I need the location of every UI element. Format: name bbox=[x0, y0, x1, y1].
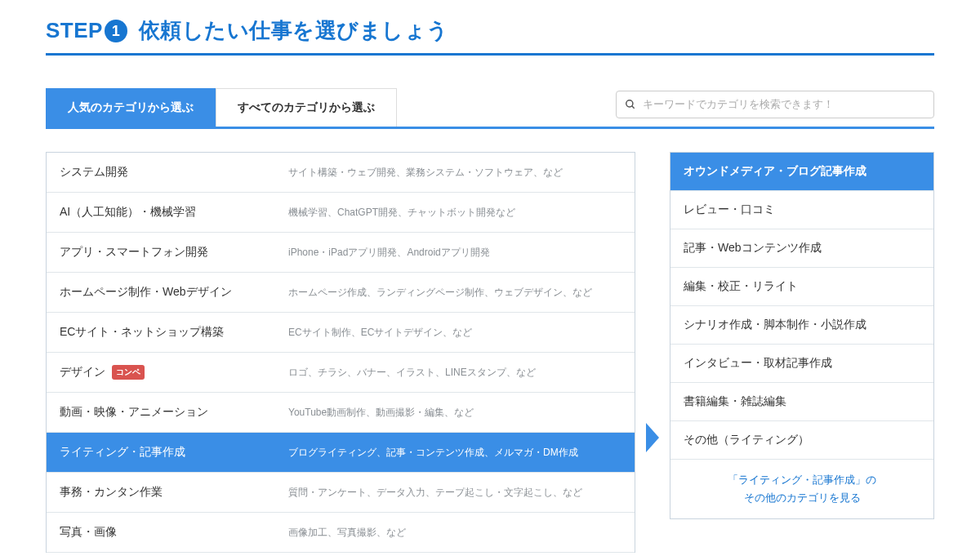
main-category-item[interactable]: 事務・カンタン作業質問・アンケート、データ入力、テープ起こし・文字起こし、など bbox=[47, 473, 635, 513]
subcategory-item[interactable]: レビュー・口コミ bbox=[670, 190, 933, 229]
tab-popular-categories[interactable]: 人気のカテゴリから選ぶ bbox=[46, 88, 216, 127]
search-box[interactable] bbox=[616, 91, 934, 118]
main-category-item[interactable]: アプリ・スマートフォン開発iPhone・iPadアプリ開発、Androidアプリ… bbox=[47, 233, 635, 273]
main-category-label: デザインコンペ bbox=[60, 365, 288, 380]
main-category-item[interactable]: システム開発サイト構築・ウェブ開発、業務システム・ソフトウェア、など bbox=[47, 153, 635, 193]
main-category-desc: iPhone・iPadアプリ開発、Androidアプリ開発 bbox=[288, 246, 621, 260]
search-input[interactable] bbox=[643, 98, 925, 110]
step-title-text: 依頼したい仕事を選びましょう bbox=[139, 18, 449, 42]
main-category-label: 動画・映像・アニメーション bbox=[60, 405, 288, 420]
main-category-desc: 機械学習、ChatGPT開発、チャットボット開発など bbox=[288, 206, 621, 220]
search-container bbox=[616, 88, 934, 127]
main-category-label: アプリ・スマートフォン開発 bbox=[60, 245, 288, 260]
main-category-item[interactable]: デザインコンペロゴ、チラシ、バナー、イラスト、LINEスタンプ、など bbox=[47, 353, 635, 393]
main-category-item[interactable]: 写真・画像画像加工、写真撮影、など bbox=[47, 513, 635, 553]
main-category-item[interactable]: ホームページ制作・Webデザインホームページ作成、ランディングページ制作、ウェブ… bbox=[47, 273, 635, 313]
main-category-desc: 質問・アンケート、データ入力、テープ起こし・文字起こし、など bbox=[288, 486, 621, 500]
main-category-desc: 画像加工、写真撮影、など bbox=[288, 526, 621, 540]
main-category-item[interactable]: ECサイト・ネットショップ構築ECサイト制作、ECサイトデザイン、など bbox=[47, 313, 635, 353]
see-more-categories-link[interactable]: 「ライティング・記事作成」の その他のカテゴリを見る bbox=[670, 459, 933, 518]
subcategory-list: レビュー・口コミ記事・Webコンテンツ作成編集・校正・リライトシナリオ作成・脚本… bbox=[670, 190, 933, 459]
main-category-desc: ブログライティング、記事・コンテンツ作成、メルマガ・DM作成 bbox=[288, 446, 621, 460]
main-category-item[interactable]: AI（人工知能）・機械学習機械学習、ChatGPT開発、チャットボット開発など bbox=[47, 193, 635, 233]
main-category-label: ECサイト・ネットショップ構築 bbox=[60, 325, 288, 340]
main-category-desc: ホームページ作成、ランディングページ制作、ウェブデザイン、など bbox=[288, 286, 621, 300]
subcategory-panel: オウンドメディア・ブログ記事作成 レビュー・口コミ記事・Webコンテンツ作成編集… bbox=[670, 152, 934, 519]
main-category-desc: サイト構築・ウェブ開発、業務システム・ソフトウェア、など bbox=[288, 166, 621, 180]
main-category-label: システム開発 bbox=[60, 165, 288, 180]
main-category-label: 写真・画像 bbox=[60, 525, 288, 540]
main-category-label: ホームページ制作・Webデザイン bbox=[60, 285, 288, 300]
competition-badge: コンペ bbox=[112, 365, 145, 380]
subcategory-item[interactable]: 記事・Webコンテンツ作成 bbox=[670, 229, 933, 267]
arrow-column bbox=[644, 152, 662, 552]
main-category-item[interactable]: ライティング・記事作成ブログライティング、記事・コンテンツ作成、メルマガ・DM作… bbox=[47, 433, 635, 473]
main-category-desc: ECサイト制作、ECサイトデザイン、など bbox=[288, 326, 621, 340]
main-category-item[interactable]: 動画・映像・アニメーションYouTube動画制作、動画撮影・編集、など bbox=[47, 393, 635, 433]
search-icon bbox=[625, 99, 636, 110]
subcategory-item[interactable]: 書籍編集・雑誌編集 bbox=[670, 382, 933, 420]
arrow-right-icon bbox=[646, 423, 659, 452]
toolbar: 人気のカテゴリから選ぶ すべてのカテゴリから選ぶ bbox=[46, 88, 934, 129]
category-tabs: 人気のカテゴリから選ぶ すべてのカテゴリから選ぶ bbox=[46, 88, 397, 127]
tab-all-categories[interactable]: すべてのカテゴリから選ぶ bbox=[216, 88, 397, 127]
main-category-label: AI（人工知能）・機械学習 bbox=[60, 205, 288, 220]
main-category-desc: ロゴ、チラシ、バナー、イラスト、LINEスタンプ、など bbox=[288, 366, 621, 380]
svg-line-1 bbox=[632, 105, 635, 108]
main-category-label: 事務・カンタン作業 bbox=[60, 485, 288, 500]
main-category-list: システム開発サイト構築・ウェブ開発、業務システム・ソフトウェア、などAI（人工知… bbox=[46, 152, 635, 553]
subcategory-item[interactable]: インタビュー・取材記事作成 bbox=[670, 344, 933, 382]
svg-point-0 bbox=[626, 100, 633, 106]
main-category-desc: YouTube動画制作、動画撮影・編集、など bbox=[288, 406, 621, 420]
main-category-label: ライティング・記事作成 bbox=[60, 445, 288, 460]
page-title: STEP1 依頼したい仕事を選びましょう bbox=[46, 16, 934, 56]
step-number-badge: 1 bbox=[105, 20, 127, 42]
subcategory-item[interactable]: その他（ライティング） bbox=[670, 420, 933, 459]
step-prefix: STEP bbox=[46, 18, 103, 42]
subcategory-header[interactable]: オウンドメディア・ブログ記事作成 bbox=[670, 153, 933, 190]
subcategory-item[interactable]: シナリオ作成・脚本制作・小説作成 bbox=[670, 305, 933, 344]
subcategory-item[interactable]: 編集・校正・リライト bbox=[670, 267, 933, 305]
